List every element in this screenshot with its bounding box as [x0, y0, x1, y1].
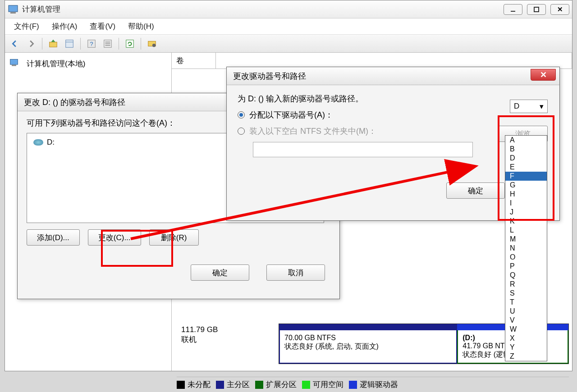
legend-swatch-free	[302, 381, 310, 389]
up-icon[interactable]	[47, 37, 60, 50]
radio-assign[interactable]	[238, 111, 245, 119]
settings-icon[interactable]	[146, 37, 158, 50]
add-button[interactable]: 添加(D)...	[27, 229, 80, 246]
legend-swatch-logical	[349, 381, 357, 389]
svg-rect-3	[534, 7, 539, 12]
dropdown-option-S[interactable]: S	[505, 289, 547, 298]
toolbar: ?	[5, 35, 572, 53]
dropdown-option-I[interactable]: I	[505, 199, 547, 208]
dropdown-option-T[interactable]: T	[505, 298, 547, 307]
dropdown-option-Z[interactable]: Z	[505, 352, 547, 361]
legend-extended: 扩展分区	[266, 379, 297, 390]
tree-root[interactable]: 计算机管理(本地)	[9, 56, 167, 71]
svg-rect-0	[9, 5, 18, 12]
dialog2-prompt: 为 D: () 输入新的驱动器号或路径。	[238, 93, 549, 104]
dialog2-title[interactable]: 更改驱动器号和路径 ✕	[227, 67, 559, 85]
dropdown-option-L[interactable]: L	[505, 226, 547, 235]
help-icon[interactable]: ?	[85, 37, 98, 50]
dropdown-option-H[interactable]: H	[505, 190, 547, 199]
ok-button[interactable]: 确定	[191, 264, 249, 281]
dropdown-option-Q[interactable]: Q	[505, 271, 547, 280]
dropdown-option-F[interactable]: F	[505, 172, 547, 181]
legend-swatch-extended	[255, 381, 263, 389]
menu-action[interactable]: 操作(A)	[52, 21, 78, 32]
dropdown-option-P[interactable]: P	[505, 262, 547, 271]
legend: 未分配 主分区 扩展分区 可用空间 逻辑驱动器	[177, 377, 569, 390]
dropdown-option-N[interactable]: N	[505, 244, 547, 253]
svg-rect-17	[12, 65, 16, 66]
back-button[interactable]	[9, 37, 21, 50]
refresh-icon[interactable]	[124, 37, 136, 50]
menu-help[interactable]: 帮助(H)	[128, 21, 154, 32]
svg-rect-13	[126, 40, 134, 47]
mount-label: 装入以下空白 NTFS 文件夹中(M)：	[249, 126, 376, 137]
minimize-button[interactable]	[504, 4, 522, 15]
change-button[interactable]: 更改(C)...	[88, 229, 141, 246]
caret-down-icon: ▾	[540, 102, 544, 111]
ok-button[interactable]: 确定	[446, 182, 505, 199]
dropdown-option-V[interactable]: V	[505, 316, 547, 325]
drive-letter-combo[interactable]: D ▾	[510, 100, 548, 113]
assign-label: 分配以下驱动器号(A)：	[249, 109, 333, 120]
partition-c[interactable]: 70.00 GB NTFS 状态良好 (系统, 启动, 页面文)	[279, 324, 457, 364]
dropdown-option-O[interactable]: O	[505, 253, 547, 262]
drive-item-label: D:	[47, 138, 55, 147]
radio-mount[interactable]	[238, 128, 245, 135]
dropdown-option-G[interactable]: G	[505, 181, 547, 190]
legend-swatch-primary	[216, 381, 224, 389]
menu-file[interactable]: 文件(F)	[14, 21, 39, 32]
titlebar[interactable]: 计算机管理 ✕	[5, 0, 572, 18]
svg-rect-5	[66, 40, 73, 47]
legend-logical: 逻辑驱动器	[360, 379, 398, 390]
drive-icon	[33, 139, 43, 146]
dropdown-option-R[interactable]: R	[505, 280, 547, 289]
maximize-button[interactable]	[527, 4, 546, 15]
svg-text:?: ?	[90, 40, 93, 47]
legend-swatch-unalloc	[177, 381, 185, 389]
dropdown-option-D[interactable]: D	[505, 154, 547, 163]
svg-rect-1	[10, 12, 16, 14]
part-c-status: 状态良好 (系统, 启动, 页面文)	[284, 342, 452, 351]
computer-icon	[9, 58, 20, 69]
dropdown-option-U[interactable]: U	[505, 307, 547, 316]
mount-path-input[interactable]	[253, 142, 473, 157]
dialog2-close-button[interactable]: ✕	[531, 69, 556, 81]
svg-rect-16	[10, 59, 18, 65]
dropdown-option-K[interactable]: K	[505, 217, 547, 226]
dropdown-option-E[interactable]: E	[505, 163, 547, 172]
window-title: 计算机管理	[22, 4, 504, 14]
col-volume[interactable]: 卷	[172, 53, 216, 68]
legend-unalloc: 未分配	[188, 379, 211, 390]
properties-icon[interactable]	[63, 37, 76, 50]
drive-letter-dropdown[interactable]: ABDEFGHIJKLMNOPQRSTUVWXYZ	[505, 135, 547, 361]
svg-rect-4	[50, 42, 57, 47]
legend-free: 可用空间	[313, 379, 343, 390]
dropdown-option-M[interactable]: M	[505, 235, 547, 244]
menubar: 文件(F) 操作(A) 查看(V) 帮助(H)	[5, 18, 572, 35]
forward-button[interactable]	[25, 37, 37, 50]
list-icon[interactable]	[101, 37, 114, 50]
assign-letter-radio-row[interactable]: 分配以下驱动器号(A)：	[238, 109, 549, 120]
cancel-button[interactable]: 取消	[266, 264, 325, 281]
dropdown-option-J[interactable]: J	[505, 208, 547, 217]
col-other[interactable]	[216, 53, 572, 68]
disk-size: 111.79 GB	[181, 325, 274, 334]
dropdown-option-W[interactable]: W	[505, 325, 547, 334]
menu-view[interactable]: 查看(V)	[90, 21, 115, 32]
part-d-name: (D:)	[463, 334, 475, 342]
combo-value: D	[514, 102, 519, 111]
dropdown-option-X[interactable]: X	[505, 334, 547, 343]
legend-primary: 主分区	[227, 379, 250, 390]
svg-point-15	[152, 44, 156, 47]
disk-status: 联机	[181, 334, 274, 345]
app-icon	[8, 4, 18, 15]
tree-root-label: 计算机管理(本地)	[27, 59, 85, 69]
dropdown-option-Y[interactable]: Y	[505, 343, 547, 352]
part-c-size: 70.00 GB NTFS	[284, 334, 452, 342]
dropdown-option-A[interactable]: A	[505, 136, 547, 145]
dropdown-option-B[interactable]: B	[505, 145, 547, 154]
disk-info[interactable]: 111.79 GB 联机	[177, 324, 279, 364]
close-button[interactable]: ✕	[550, 4, 569, 15]
remove-button[interactable]: 删除(R)	[149, 229, 199, 246]
partition-header-primary	[279, 324, 457, 330]
